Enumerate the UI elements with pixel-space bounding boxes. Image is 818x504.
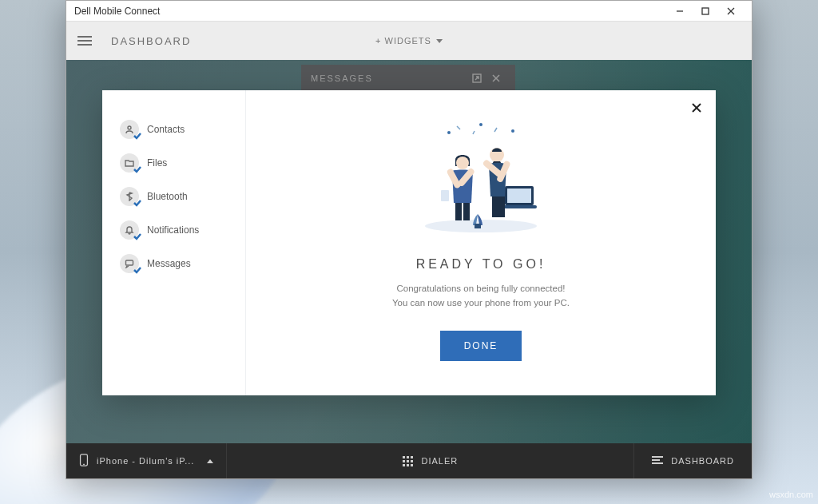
svg-point-9 — [128, 126, 131, 129]
window-close-button[interactable] — [718, 1, 744, 22]
chevron-up-icon — [207, 459, 213, 463]
modal-title: READY TO GO! — [416, 257, 546, 272]
permission-label: Bluetooth — [147, 191, 188, 202]
app-window: Dell Mobile Connect DASHBOARD + WIDGETS … — [66, 0, 752, 479]
app-body: MESSAGES — [66, 60, 752, 443]
dialpad-icon — [403, 456, 413, 466]
window-title: Dell Mobile Connect — [74, 6, 160, 17]
permission-item-contacts: Contacts — [118, 113, 236, 146]
modal-subtitle: Congratulations on being fully connected… — [392, 281, 570, 311]
svg-rect-27 — [492, 196, 498, 217]
setup-complete-modal: Contacts Files — [102, 90, 716, 395]
titlebar: Dell Mobile Connect — [66, 1, 752, 22]
permission-label: Notifications — [147, 224, 199, 236]
messages-icon — [120, 254, 139, 273]
modal-close-button[interactable] — [687, 98, 706, 117]
svg-rect-17 — [502, 205, 537, 208]
done-button[interactable]: DONE — [440, 331, 522, 361]
svg-rect-1 — [702, 8, 709, 14]
permission-label: Contacts — [147, 124, 185, 135]
svg-point-11 — [447, 131, 451, 134]
svg-rect-23 — [441, 190, 449, 201]
device-selector[interactable]: iPhone - Dilum's iP... — [66, 443, 227, 478]
bluetooth-icon — [120, 187, 139, 206]
modal-content: READY TO GO! Congratulations on being fu… — [246, 90, 716, 395]
page-title: DASHBOARD — [111, 35, 191, 47]
add-widgets-label: + WIDGETS — [375, 36, 431, 46]
dialer-label: DIALER — [421, 456, 458, 466]
dashboard-label: DASHBOARD — [671, 456, 734, 466]
files-icon — [120, 153, 139, 173]
dialer-button[interactable]: DIALER — [227, 456, 633, 466]
modal-overlay: Contacts Files — [66, 60, 752, 443]
bell-icon — [120, 220, 139, 240]
permission-item-bluetooth: Bluetooth — [118, 180, 236, 213]
svg-point-13 — [511, 129, 514, 133]
permission-item-files: Files — [118, 146, 236, 180]
celebration-illustration — [401, 118, 561, 238]
hamburger-icon[interactable] — [77, 31, 97, 50]
add-widgets-button[interactable]: + WIDGETS — [375, 36, 443, 46]
permission-item-notifications: Notifications — [118, 213, 236, 247]
chevron-down-icon — [436, 39, 443, 43]
app-header: DASHBOARD + WIDGETS — [66, 22, 752, 60]
minimize-button[interactable] — [667, 1, 693, 22]
svg-rect-16 — [507, 189, 531, 203]
bottom-nav: iPhone - Dilum's iP... DIALER DASHBOARD — [66, 443, 752, 478]
svg-point-18 — [456, 157, 469, 169]
phone-icon — [79, 454, 89, 468]
dashboard-icon — [652, 456, 663, 466]
contacts-icon — [120, 120, 139, 139]
permission-label: Files — [147, 157, 167, 169]
maximize-button[interactable] — [693, 1, 718, 22]
svg-rect-21 — [455, 203, 462, 220]
svg-rect-28 — [498, 196, 505, 217]
permissions-list: Contacts Files — [118, 113, 236, 280]
svg-point-12 — [479, 123, 482, 126]
device-label: iPhone - Dilum's iP... — [97, 456, 194, 466]
dashboard-button[interactable]: DASHBOARD — [633, 443, 752, 478]
permission-label: Messages — [147, 258, 191, 269]
permissions-panel: Contacts Files — [102, 90, 246, 395]
watermark: wsxdn.com — [769, 490, 813, 499]
svg-rect-22 — [463, 203, 470, 220]
svg-rect-29 — [475, 224, 481, 228]
permission-item-messages: Messages — [118, 247, 236, 280]
